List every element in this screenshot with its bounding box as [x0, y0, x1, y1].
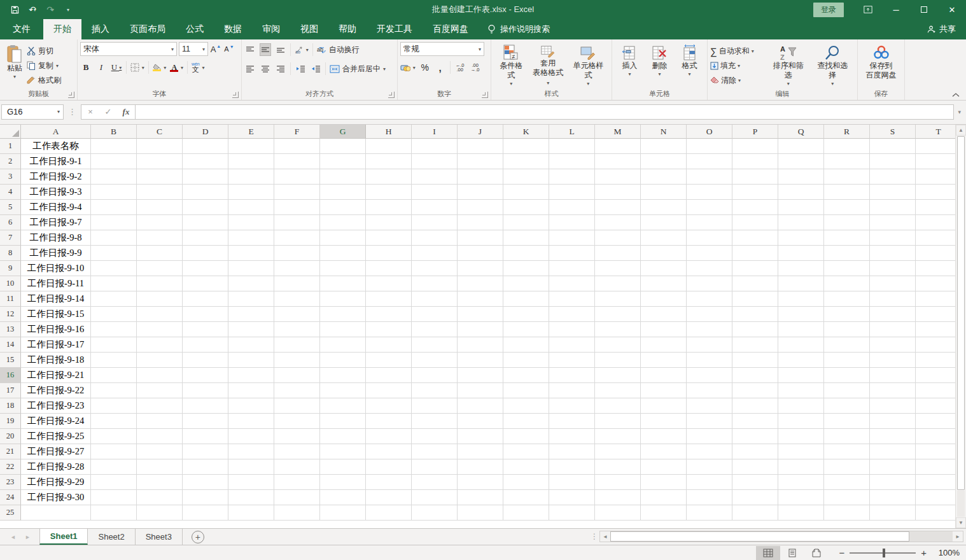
tab-百度网盘[interactable]: 百度网盘: [423, 19, 479, 39]
cell-H20[interactable]: [366, 429, 412, 444]
comma-style-button[interactable]: ,: [435, 61, 446, 74]
cell-L19[interactable]: [549, 414, 595, 429]
cell-L10[interactable]: [549, 276, 595, 291]
cell-O18[interactable]: [687, 398, 732, 414]
cell-O14[interactable]: [687, 337, 732, 353]
cell-H22[interactable]: [366, 459, 412, 475]
cell-F25[interactable]: [274, 505, 320, 521]
row-header-10[interactable]: 10: [0, 276, 21, 291]
cell-Q21[interactable]: [778, 444, 824, 459]
cell-E16[interactable]: [228, 368, 274, 383]
sort-filter-button[interactable]: AZ 排序和筛选 ▾: [766, 42, 810, 88]
wrap-text-button[interactable]: ab 自动换行: [317, 43, 360, 56]
cell-J13[interactable]: [458, 322, 503, 337]
cell-A9[interactable]: 工作日报-9-10: [21, 261, 91, 276]
cell-S19[interactable]: [870, 414, 916, 429]
cell-J20[interactable]: [458, 429, 503, 444]
cell-Q5[interactable]: [778, 200, 824, 215]
tab-文件[interactable]: 文件: [0, 19, 43, 39]
cell-D4[interactable]: [183, 185, 228, 200]
cell-T22[interactable]: [916, 459, 955, 475]
cell-M20[interactable]: [595, 429, 641, 444]
font-name-combo[interactable]: 宋体▾: [80, 42, 177, 56]
cell-O8[interactable]: [687, 246, 732, 261]
cell-S4[interactable]: [870, 185, 916, 200]
zoom-slider[interactable]: [850, 552, 916, 554]
cell-O10[interactable]: [687, 276, 732, 291]
cell-D1[interactable]: [183, 139, 228, 154]
cell-E22[interactable]: [228, 459, 274, 475]
cell-Q3[interactable]: [778, 169, 824, 185]
tab-帮助[interactable]: 帮助: [328, 19, 367, 39]
cell-M11[interactable]: [595, 291, 641, 307]
row-header-13[interactable]: 13: [0, 322, 21, 337]
cell-K6[interactable]: [503, 215, 549, 230]
cell-K2[interactable]: [503, 154, 549, 169]
cell-B3[interactable]: [91, 169, 137, 185]
cell-F17[interactable]: [274, 383, 320, 398]
cell-Q2[interactable]: [778, 154, 824, 169]
cell-Q6[interactable]: [778, 215, 824, 230]
cell-J24[interactable]: [458, 490, 503, 505]
collapse-ribbon-button[interactable]: [952, 92, 960, 97]
cell-C11[interactable]: [137, 291, 183, 307]
cell-R23[interactable]: [824, 475, 870, 490]
page-layout-view-button[interactable]: [780, 546, 804, 560]
cell-T12[interactable]: [916, 307, 955, 322]
column-header-L[interactable]: L: [549, 125, 595, 139]
cell-A14[interactable]: 工作日报-9-17: [21, 337, 91, 353]
cell-A3[interactable]: 工作日报-9-2: [21, 169, 91, 185]
cell-J3[interactable]: [458, 169, 503, 185]
cell-N21[interactable]: [641, 444, 687, 459]
cell-P14[interactable]: [732, 337, 778, 353]
cell-T10[interactable]: [916, 276, 955, 291]
formula-input[interactable]: [136, 104, 954, 120]
cell-K24[interactable]: [503, 490, 549, 505]
cell-Q16[interactable]: [778, 368, 824, 383]
row-header-24[interactable]: 24: [0, 490, 21, 505]
column-header-N[interactable]: N: [641, 125, 687, 139]
cell-H14[interactable]: [366, 337, 412, 353]
cell-N7[interactable]: [641, 230, 687, 246]
cell-J8[interactable]: [458, 246, 503, 261]
cell-R22[interactable]: [824, 459, 870, 475]
cell-H7[interactable]: [366, 230, 412, 246]
cell-L5[interactable]: [549, 200, 595, 215]
cell-A23[interactable]: 工作日报-9-29: [21, 475, 91, 490]
cell-F24[interactable]: [274, 490, 320, 505]
cell-G16[interactable]: [320, 368, 366, 383]
row-header-16[interactable]: 16: [0, 368, 21, 383]
cell-L14[interactable]: [549, 337, 595, 353]
sheet-tab-Sheet2[interactable]: Sheet2: [88, 529, 135, 545]
cell-R9[interactable]: [824, 261, 870, 276]
cell-T3[interactable]: [916, 169, 955, 185]
cell-T18[interactable]: [916, 398, 955, 414]
cell-C14[interactable]: [137, 337, 183, 353]
cell-D17[interactable]: [183, 383, 228, 398]
cell-G5[interactable]: [320, 200, 366, 215]
cell-G9[interactable]: [320, 261, 366, 276]
cell-F12[interactable]: [274, 307, 320, 322]
cell-A4[interactable]: 工作日报-9-3: [21, 185, 91, 200]
cell-S6[interactable]: [870, 215, 916, 230]
number-format-combo[interactable]: 常规▾: [400, 42, 484, 56]
save-icon[interactable]: [6, 1, 23, 18]
cell-E3[interactable]: [228, 169, 274, 185]
align-top-button[interactable]: [244, 43, 256, 56]
cell-F19[interactable]: [274, 414, 320, 429]
cell-L12[interactable]: [549, 307, 595, 322]
cell-D2[interactable]: [183, 154, 228, 169]
cell-O20[interactable]: [687, 429, 732, 444]
cell-P4[interactable]: [732, 185, 778, 200]
formula-bar-expand-caret[interactable]: ▾: [954, 109, 965, 115]
scroll-up-arrow[interactable]: ▲: [956, 125, 966, 136]
cell-C5[interactable]: [137, 200, 183, 215]
cell-B4[interactable]: [91, 185, 137, 200]
cell-P20[interactable]: [732, 429, 778, 444]
cell-A5[interactable]: 工作日报-9-4: [21, 200, 91, 215]
cell-J10[interactable]: [458, 276, 503, 291]
cell-L7[interactable]: [549, 230, 595, 246]
vertical-scroll-thumb[interactable]: [957, 136, 965, 490]
cell-R4[interactable]: [824, 185, 870, 200]
cell-C13[interactable]: [137, 322, 183, 337]
